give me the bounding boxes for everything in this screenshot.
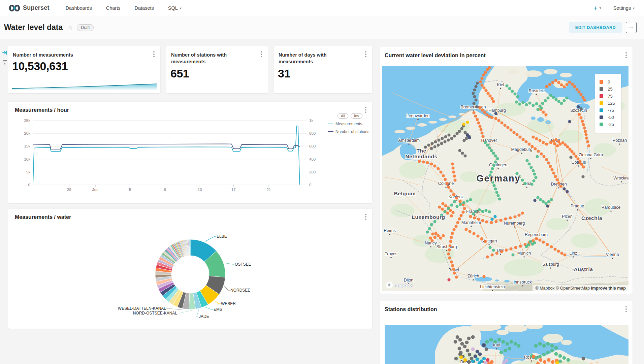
station-dot [471,360,475,363]
donut-label: ELBE [217,234,227,239]
kebab-menu[interactable] [623,51,629,59]
nav-sql[interactable]: SQL▼ [168,5,182,11]
station-dot [532,104,535,107]
legend-item-75[interactable]: 75 [600,94,615,99]
station-dot [450,260,453,263]
station-dot [443,140,446,143]
legend-swatch [600,115,603,119]
new-item-button[interactable]: +▼ [594,4,602,12]
legend-swatch [600,87,603,91]
legend-all-button[interactable]: All [337,113,348,119]
station-dot [512,131,515,134]
station-dot [550,198,553,201]
filter-icon[interactable] [2,59,8,66]
station-dot [502,340,505,344]
station-dot [431,232,434,235]
chart-legend: All Inv Measurements Number of stations [328,113,375,134]
legend-item-0[interactable]: 0 [600,79,615,85]
map-canvas[interactable]: LeeuwardenAmsterdamReimsTroyesNancyStras… [382,66,629,291]
legend-item-stations[interactable]: Number of stations [328,129,375,134]
station-dot [521,178,524,181]
legend-item-25[interactable]: 25 [600,87,615,92]
station-dot [480,131,483,134]
station-dot [510,340,513,344]
station-dot [577,90,580,93]
legend-item--75[interactable]: -75 [600,108,615,113]
expand-filter-bar-icon[interactable] [2,50,8,57]
series-line-number-of-stations [33,144,300,149]
station-dot [463,154,466,157]
station-dot [478,106,481,109]
kebab-menu[interactable] [363,50,369,58]
station-dot [460,342,464,346]
station-dot [503,124,506,127]
station-dot [477,218,480,221]
x-axis-tick: 17 [231,188,236,192]
station-dot [534,344,538,348]
station-dot [490,253,493,256]
station-dot [475,105,478,108]
nav-charts[interactable]: Charts [106,5,121,11]
station-dot [453,200,456,203]
edit-dashboard-button[interactable]: EDIT DASHBOARD [569,22,622,33]
legend-item-measurements[interactable]: Measurements [328,122,375,126]
city-label: Pardubice [602,205,620,210]
station-dot [538,238,541,241]
station-dot [482,357,486,361]
station-dot [450,236,453,239]
mapbox-logo[interactable]: ✳mapbox [386,282,413,289]
kebab-menu[interactable] [623,305,629,313]
donut-label: NORDSEE [230,288,250,293]
station-dot [551,360,555,364]
station-dot [563,253,566,256]
station-dot [481,219,484,222]
legend-label: -25 [608,122,614,127]
station-dot [508,347,511,351]
station-dot [469,198,472,201]
station-dot [461,152,464,155]
station-dot [574,155,577,158]
station-dot [451,264,454,267]
map-canvas[interactable]: KielRostockBremerhaven [385,325,629,364]
station-dot [490,116,493,119]
improve-map-link[interactable]: Improve this map [591,286,626,291]
station-dot [455,132,458,135]
station-dot [505,249,508,252]
station-dot [458,338,462,342]
nav-dashboards[interactable]: Dashboards [66,5,92,11]
kebab-menu[interactable] [151,50,157,58]
station-dot [444,178,447,181]
x-axis-tick: 29 [67,188,71,192]
station-dot [480,237,483,240]
station-dot [517,344,521,348]
station-dot [438,205,441,208]
more-options-button[interactable]: ... [626,22,637,33]
station-dot [584,133,587,136]
legend-inv-button[interactable]: Inv [351,113,362,119]
y-axis-tick: 15k [24,144,30,148]
station-dot [447,207,450,210]
kpi-sparkline [12,81,157,91]
legend-item-125[interactable]: 125 [600,101,615,106]
station-dot [566,145,569,148]
favorite-star-icon[interactable]: ☆ [67,24,73,31]
legend-item--25[interactable]: -25 [600,122,615,127]
station-dot [433,220,436,223]
station-dot [521,138,524,141]
station-dot [433,236,436,239]
superset-logo[interactable]: Superset [9,4,50,12]
city-label: Kiel [497,82,504,87]
station-dot [521,211,524,214]
station-dot [550,245,553,248]
nav-datasets[interactable]: Datasets [135,5,154,11]
y-axis-tick: 400 [309,157,316,161]
settings-menu[interactable]: Settings▼ [613,5,635,11]
station-dot [572,152,575,155]
station-dot [527,142,530,145]
draft-badge: Draft [77,24,94,31]
station-dot [481,135,484,138]
station-dot [517,213,520,217]
legend-item--50[interactable]: -50 [600,115,615,120]
kebab-menu[interactable] [258,50,264,58]
station-dot [500,351,503,355]
